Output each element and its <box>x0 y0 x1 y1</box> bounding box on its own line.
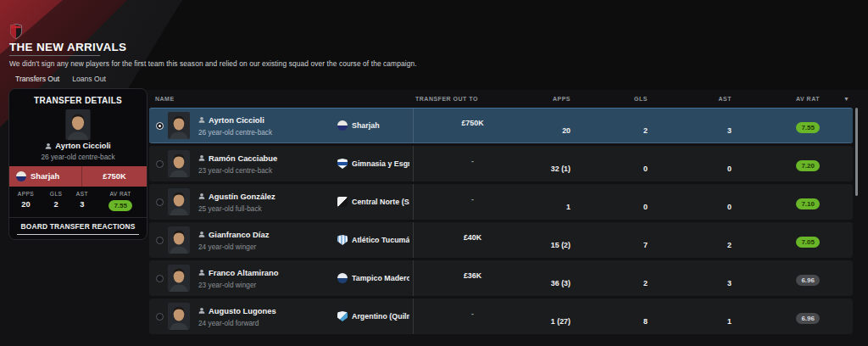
tab-bar: Transfers Out Loans Out <box>15 75 106 83</box>
transfer-details-panel: TRANSFER DETAILS Ayrton Ciccioli 26 year… <box>8 88 147 240</box>
scrollbar-thumb[interactable] <box>855 108 858 196</box>
table-row[interactable]: Augusto Lugones 24 year-old forward Arge… <box>149 299 853 334</box>
apps-value: 15 (2) <box>551 232 572 249</box>
person-icon <box>198 269 205 276</box>
goals-value: 2 <box>643 117 649 135</box>
tab-transfers-out[interactable]: Transfers Out <box>15 75 59 83</box>
selected-player-name: Ayrton Ciccioli <box>55 142 110 150</box>
stat-value-apps: 20 <box>9 200 42 209</box>
person-icon <box>198 154 205 161</box>
player-name: Franco Altamirano <box>209 268 278 277</box>
rating-pill: 7.20 <box>796 160 820 171</box>
player-name: Augusto Lugones <box>209 306 276 315</box>
club-crest-icon <box>337 235 348 245</box>
goals-value: 8 <box>643 308 649 326</box>
page-subtitle: We didn't sign any new players for the f… <box>9 59 417 68</box>
player-name: Agustín González <box>209 192 275 201</box>
page-title: THE NEW ARRIVALS <box>9 41 126 53</box>
apps-value: 32 (1) <box>551 155 572 173</box>
club-name: Central Norte (Salta) <box>352 198 409 206</box>
column-header-name[interactable]: NAME <box>153 96 413 102</box>
club-crest-icon <box>337 120 348 131</box>
player-description: 23 year-old centre-back <box>198 166 337 175</box>
assists-value: 3 <box>727 270 733 287</box>
column-header-avrat[interactable]: AV RAT <box>796 96 821 102</box>
title-underline <box>9 55 100 56</box>
table-row[interactable]: Ramón Cacciabue 23 year-old centre-back … <box>149 146 853 181</box>
person-icon <box>198 116 205 123</box>
apps-value: 1 (27) <box>551 308 572 326</box>
person-icon <box>198 193 205 199</box>
column-header-gls[interactable]: GLS <box>634 96 649 102</box>
rating-pill: 7.55 <box>796 122 820 133</box>
panel-stats: APPS20 GLS2 AST3 AV RAT7.55 <box>9 191 147 211</box>
column-header-apps[interactable]: APPS <box>553 96 572 102</box>
transfer-fee: £40K <box>413 222 531 258</box>
table-row[interactable]: Agustín González 25 year-old full-back C… <box>149 184 853 220</box>
player-photo <box>65 109 91 140</box>
club-crest-badge-icon <box>10 24 22 39</box>
table-row[interactable]: Gianfranco Díaz 24 year-old winger Atlét… <box>149 222 853 258</box>
table-header-row: NAME TRANSFER OUT TO APPS GLS AST AV RAT… <box>149 89 853 108</box>
player-name: Gianfranco Díaz <box>209 230 269 239</box>
stat-value-gls: 2 <box>42 200 70 209</box>
transfer-fee: - <box>413 184 531 220</box>
sharjah-crest-icon <box>16 171 26 181</box>
column-header-ast[interactable]: AST <box>719 96 734 102</box>
goals-value: 0 <box>643 155 649 173</box>
deal-bar: Sharjah £750K <box>9 166 147 187</box>
club-name: Gimnasia y Esgrima... <box>352 159 409 168</box>
person-icon <box>198 231 205 237</box>
row-select-radio[interactable] <box>156 160 164 168</box>
stat-header-apps: APPS <box>9 191 42 197</box>
player-photo <box>168 112 190 139</box>
apps-value: 36 (3) <box>551 270 572 287</box>
player-description: 24 year-old forward <box>198 319 337 327</box>
row-select-radio[interactable] <box>156 313 164 321</box>
table-row[interactable]: Franco Altamirano 23 year-old winger Tam… <box>149 260 853 296</box>
deal-fee: £750K <box>82 166 147 187</box>
assists-value: 0 <box>727 193 733 211</box>
deal-club-name: Sharjah <box>31 172 59 181</box>
apps-value: 20 <box>562 117 572 135</box>
player-description: 26 year-old centre-back <box>198 128 337 137</box>
player-description: 25 year-old full-back <box>198 204 337 213</box>
row-select-radio[interactable] <box>156 198 164 206</box>
person-icon <box>45 142 52 149</box>
transfer-fee: £36K <box>413 260 531 296</box>
club-name: Atlético Tucumán <box>352 236 409 244</box>
stat-value-ast: 3 <box>70 200 94 209</box>
apps-value: 1 <box>566 193 572 211</box>
club-name: Argentino (Quilmes) <box>352 312 409 321</box>
row-select-radio[interactable] <box>156 122 164 130</box>
player-description: 23 year-old winger <box>198 281 337 289</box>
player-name: Ramón Cacciabue <box>209 153 277 163</box>
club-crest-icon <box>337 311 348 321</box>
panel-divider <box>9 217 147 218</box>
panel-title: TRANSFER DETAILS <box>9 96 147 105</box>
board-title-underline <box>17 234 139 235</box>
tab-loans-out[interactable]: Loans Out <box>72 75 106 83</box>
player-photo <box>168 188 190 215</box>
row-select-radio[interactable] <box>156 275 164 282</box>
row-select-radio[interactable] <box>156 237 164 244</box>
selected-player-description: 26 year-old centre-back <box>9 153 147 161</box>
player-description: 24 year-old winger <box>198 243 337 251</box>
table-row[interactable]: Ayrton Ciccioli 26 year-old centre-back … <box>149 108 853 143</box>
assists-value: 2 <box>727 232 733 249</box>
assists-value: 1 <box>727 308 733 326</box>
club-crest-icon <box>337 273 348 283</box>
goals-value: 7 <box>643 232 649 249</box>
rating-pill: 7.55 <box>108 200 132 211</box>
rating-pill: 6.96 <box>796 275 820 286</box>
player-photo <box>168 265 190 292</box>
club-name: Tampico Madero <box>352 274 409 282</box>
chevron-down-icon[interactable]: ▼ <box>843 96 853 102</box>
player-photo <box>168 303 190 330</box>
transfer-fee: £750K <box>413 109 531 142</box>
person-icon <box>198 307 205 314</box>
transfers-out-table: NAME TRANSFER OUT TO APPS GLS AST AV RAT… <box>149 89 853 337</box>
stat-header-gls: GLS <box>42 191 70 197</box>
club-name: Sharjah <box>352 121 380 130</box>
column-header-transfer-out-to[interactable]: TRANSFER OUT TO <box>413 96 531 102</box>
